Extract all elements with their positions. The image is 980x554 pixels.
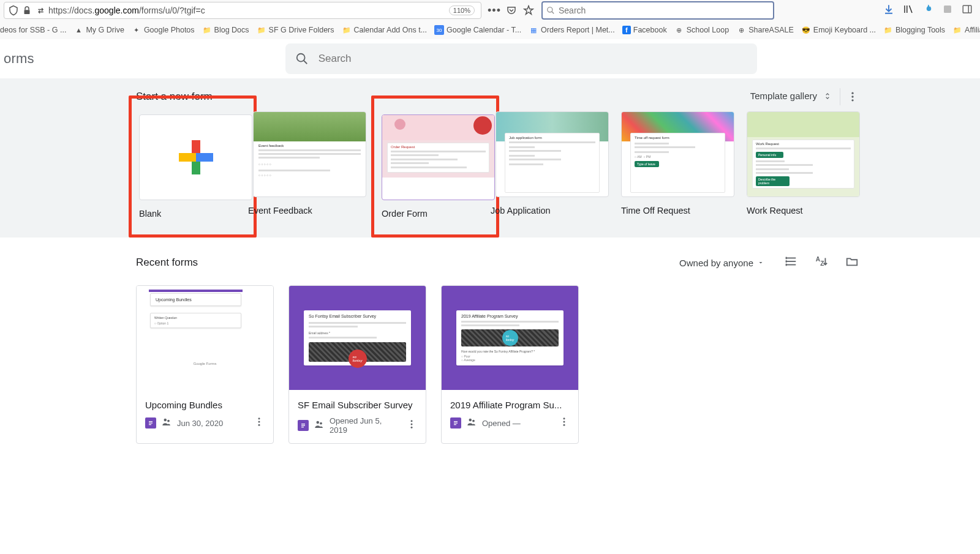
folder-icon: ▦ (529, 25, 538, 35)
library-icon[interactable] (903, 4, 914, 17)
page-title: orms (4, 51, 34, 67)
form-title: SF Email Subscriber Survey (298, 400, 417, 410)
browser-search-box[interactable] (541, 1, 774, 20)
svg-point-9 (296, 54, 304, 62)
svg-point-12 (851, 95, 853, 97)
browser-search-input[interactable] (559, 6, 769, 15)
bookmarks-bar: deos for SSB - G ... ▲My G Drive ✦Google… (0, 21, 980, 39)
browser-right-actions (883, 4, 976, 17)
unfold-icon (823, 92, 832, 100)
forms-badge-icon (145, 417, 156, 429)
shared-icon (161, 416, 172, 430)
pocket-icon[interactable] (506, 5, 517, 16)
card-more-button[interactable] (254, 416, 265, 430)
search-icon (295, 52, 309, 66)
card-more-button[interactable] (406, 419, 417, 432)
bookmark-item[interactable]: fFacebook (622, 26, 667, 34)
svg-point-37 (411, 427, 413, 429)
shield-icon (8, 5, 19, 16)
template-order-form[interactable]: Order Request Order Form (379, 111, 492, 219)
svg-point-45 (564, 424, 565, 426)
facebook-icon: f (622, 26, 631, 34)
globe-icon: ⊕ (736, 25, 746, 35)
recent-section: Recent forms Owned by anyone AZ (0, 238, 980, 461)
svg-point-11 (851, 92, 853, 94)
bookmark-item[interactable]: ▲My G Drive (74, 25, 124, 35)
svg-point-34 (320, 422, 322, 425)
sidebar-toggle-icon[interactable] (962, 4, 973, 17)
template-label: Job Application (491, 206, 609, 215)
template-job-application[interactable]: Job application form Job Application (496, 111, 609, 219)
more-icon[interactable]: ••• (489, 5, 500, 16)
bookmark-item[interactable]: 📁Blogging Tools (883, 25, 945, 35)
bookmark-item[interactable]: 📁Calendar Add Ons t... (342, 25, 428, 35)
bookmark-item[interactable]: ✦Google Photos (132, 25, 195, 35)
url-text: https://docs.google.com/forms/u/0/?tgif=… (48, 6, 447, 15)
calendar-icon: 30 (434, 25, 444, 35)
recent-form-card[interactable]: So Fontsy Email Subscriber Survey Email … (288, 285, 426, 444)
sort-az-icon[interactable]: AZ (815, 255, 828, 271)
bookmark-item[interactable]: 📁Blog Docs (202, 25, 249, 35)
forms-badge-icon (450, 417, 461, 429)
template-label: Blank (139, 209, 246, 219)
svg-line-5 (910, 6, 913, 13)
bookmark-item[interactable]: 📁SF G Drive Folders (257, 25, 334, 35)
template-gallery-button[interactable]: Template gallery (750, 91, 832, 101)
svg-point-33 (317, 421, 320, 424)
bookmark-item[interactable]: ⊕School Loop (674, 25, 729, 35)
bookmark-item[interactable]: 📁Affiliate Networks (952, 25, 980, 35)
bookmark-item[interactable]: ⊕ShareASALE (736, 25, 794, 35)
permission-icon: ⇄ (35, 5, 46, 16)
svg-point-1 (548, 7, 552, 12)
folder-icon[interactable] (845, 255, 859, 271)
svg-line-2 (552, 12, 554, 14)
photos-icon: ✦ (132, 25, 141, 35)
svg-point-42 (472, 420, 475, 422)
template-time-off[interactable]: Time off request form ○ AM ○ PM Type of … (621, 111, 734, 219)
browser-address-bar: ⇄ https://docs.google.com/forms/u/0/?tgi… (0, 0, 980, 21)
bookmark-item[interactable]: 😎Emoji Keyboard ... (801, 25, 876, 35)
svg-point-27 (258, 417, 260, 419)
template-blank[interactable]: Blank (136, 111, 249, 219)
template-label: Work Request (747, 206, 860, 215)
forms-badge-icon (298, 420, 309, 431)
template-event-feedback[interactable]: Event feedback ○ ○ ○ ○ ○ ○ ○ ○ ○ ○ Event… (253, 111, 366, 219)
card-more-button[interactable] (559, 416, 570, 430)
folder-icon: 📁 (202, 25, 212, 35)
svg-point-43 (564, 417, 565, 419)
bookmark-item[interactable]: 30Google Calendar - T... (434, 25, 521, 35)
forms-search-input[interactable] (318, 53, 747, 65)
recent-form-card[interactable]: 2019 Affiliate Program Survey sofontsy H… (441, 285, 579, 444)
svg-point-13 (851, 99, 853, 101)
globe-icon: ⊕ (674, 25, 684, 35)
star-icon[interactable] (523, 5, 534, 16)
lock-icon (21, 5, 32, 16)
highlight-annotate: Blank (129, 95, 257, 238)
download-icon[interactable] (883, 4, 894, 17)
bookmark-item[interactable]: deos for SSB - G ... (0, 26, 66, 34)
drive-icon: ▲ (74, 25, 83, 35)
svg-rect-6 (944, 6, 951, 13)
form-date: Opened — (482, 419, 554, 428)
extension-icon[interactable] (942, 4, 953, 17)
svg-rect-0 (24, 10, 30, 14)
list-view-icon[interactable] (784, 255, 797, 271)
templates-section: Start a new form Template gallery (0, 78, 980, 238)
forms-search[interactable] (285, 43, 757, 74)
flame-icon[interactable] (922, 4, 933, 17)
svg-point-41 (469, 419, 472, 422)
url-bar[interactable]: ⇄ https://docs.google.com/forms/u/0/?tgi… (4, 2, 481, 19)
zoom-badge[interactable]: 110% (449, 6, 475, 15)
bookmark-item[interactable]: ▦Orders Report | Met... (529, 25, 615, 35)
shared-icon (314, 419, 325, 432)
template-work-request[interactable]: Work Request Personal info Describe the … (747, 111, 860, 219)
recent-form-card[interactable]: Upcoming Bundles Written Question ○ Opti… (136, 285, 274, 444)
svg-point-36 (411, 424, 413, 425)
svg-point-35 (411, 420, 413, 422)
form-date: Opened Jun 5, 2019 (330, 416, 401, 435)
form-title: 2019 Affiliate Program Su... (450, 400, 570, 410)
owner-filter-dropdown[interactable]: Owned by anyone (679, 258, 764, 268)
recent-heading: Recent forms (136, 256, 198, 269)
templates-more-button[interactable] (846, 91, 859, 105)
folder-icon: 📁 (883, 25, 893, 35)
